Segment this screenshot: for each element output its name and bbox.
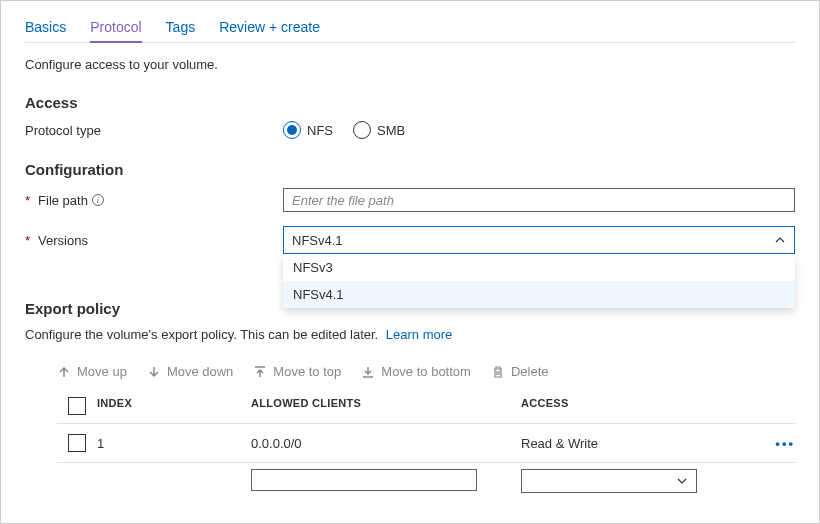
protocol-smb-radio[interactable]: SMB <box>353 121 405 139</box>
required-asterisk: * <box>25 193 30 208</box>
delete-icon <box>491 365 505 379</box>
versions-label: Versions <box>38 233 88 248</box>
page-description: Configure access to your volume. <box>25 57 795 72</box>
move-to-bottom-button[interactable]: Move to bottom <box>361 364 471 379</box>
row-checkbox[interactable] <box>68 434 86 452</box>
learn-more-link[interactable]: Learn more <box>386 327 452 342</box>
arrow-bottom-icon <box>361 365 375 379</box>
tab-review[interactable]: Review + create <box>219 13 320 42</box>
move-to-top-button[interactable]: Move to top <box>253 364 341 379</box>
move-up-button[interactable]: Move up <box>57 364 127 379</box>
new-access-select[interactable] <box>521 469 697 493</box>
arrow-top-icon <box>253 365 267 379</box>
cell-index: 1 <box>97 436 251 451</box>
access-heading: Access <box>25 94 795 111</box>
export-policy-toolbar: Move up Move down Move to top Move to bo… <box>25 358 795 389</box>
header-index: INDEX <box>97 397 251 415</box>
protocol-nfs-radio[interactable]: NFS <box>283 121 333 139</box>
table-row[interactable]: 1 0.0.0.0/0 Read & Write ••• <box>57 424 795 463</box>
radio-nfs-label: NFS <box>307 123 333 138</box>
versions-option-nfsv41[interactable]: NFSv4.1 <box>283 281 795 308</box>
arrow-down-icon <box>147 365 161 379</box>
chevron-down-icon <box>676 475 688 487</box>
select-all-checkbox[interactable] <box>68 397 86 415</box>
header-clients: ALLOWED CLIENTS <box>251 397 521 415</box>
move-down-button[interactable]: Move down <box>147 364 233 379</box>
radio-smb-label: SMB <box>377 123 405 138</box>
radio-circle-icon <box>353 121 371 139</box>
more-actions-icon[interactable]: ••• <box>775 436 795 451</box>
file-path-label: File path <box>38 193 88 208</box>
required-asterisk: * <box>25 233 30 248</box>
versions-selected-value: NFSv4.1 <box>292 233 343 248</box>
versions-dropdown[interactable]: NFSv4.1 <box>283 226 795 254</box>
export-policy-table: INDEX ALLOWED CLIENTS ACCESS 1 0.0.0.0/0… <box>57 389 795 499</box>
file-path-input[interactable] <box>283 188 795 212</box>
info-icon[interactable]: i <box>92 194 104 206</box>
tab-protocol[interactable]: Protocol <box>90 13 141 43</box>
chevron-up-icon <box>774 234 786 246</box>
tabs-bar: Basics Protocol Tags Review + create <box>25 1 795 43</box>
header-access: ACCESS <box>521 397 755 415</box>
protocol-type-label: Protocol type <box>25 123 283 138</box>
configuration-heading: Configuration <box>25 161 795 178</box>
tab-basics[interactable]: Basics <box>25 13 66 42</box>
versions-option-nfsv3[interactable]: NFSv3 <box>283 254 795 281</box>
new-clients-input[interactable] <box>251 469 477 491</box>
tab-tags[interactable]: Tags <box>166 13 196 42</box>
radio-circle-icon <box>283 121 301 139</box>
cell-access: Read & Write <box>521 436 755 451</box>
export-policy-desc: Configure the volume's export policy. Th… <box>25 327 378 342</box>
arrow-up-icon <box>57 365 71 379</box>
cell-clients: 0.0.0.0/0 <box>251 436 521 451</box>
versions-dropdown-list: NFSv3 NFSv4.1 <box>283 254 795 308</box>
delete-button[interactable]: Delete <box>491 364 549 379</box>
